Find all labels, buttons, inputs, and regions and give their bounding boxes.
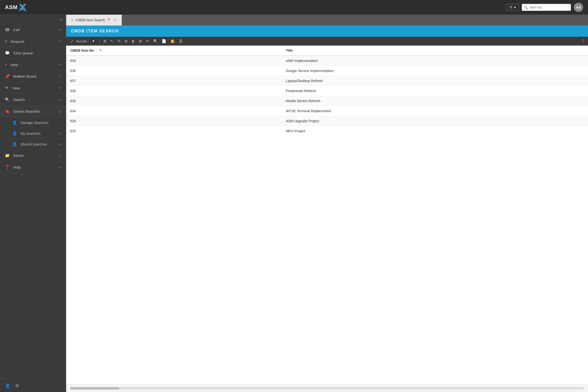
title-cell: Laptop/Desktop Refresh xyxy=(282,76,588,86)
sort-icon[interactable]: ↓ xyxy=(96,49,97,52)
sidebar-item-label: Saved Searches xyxy=(13,109,56,114)
search-wrapper: 🔍 xyxy=(522,4,571,11)
toolbar-separator xyxy=(100,39,100,44)
sidebar-item-chat-queue[interactable]: 💬 Chat Queue xyxy=(0,47,66,59)
delete-button[interactable]: 🗑 xyxy=(130,38,136,44)
chevron-icon: ▾ xyxy=(60,28,61,32)
request-icon: ≡ xyxy=(5,39,7,44)
table-row[interactable]: 625MPO Project xyxy=(66,126,588,136)
table-row[interactable]: 638Google Service Implementation xyxy=(66,66,588,76)
sidebar-item-label: New xyxy=(10,63,56,67)
search-icon: 🔍 xyxy=(524,6,528,9)
chevron-icon: ▾ xyxy=(60,154,61,157)
table-row[interactable]: 637Laptop/Desktop Refresh xyxy=(66,76,588,86)
avatar-initials: AA xyxy=(576,6,581,9)
title-cell: Google Service Implementation xyxy=(282,66,588,76)
panel-title: CMDB ITEM SEARCH xyxy=(71,29,119,33)
grid-button[interactable]: ⊞ xyxy=(102,38,108,44)
sidebar-item-label: Admin xyxy=(13,153,56,158)
title-cell: ASM Upgrade Project xyxy=(282,116,588,126)
sidebar-item-bulletin-board[interactable]: 📌 Bulletin Board ▾ xyxy=(0,70,66,82)
notify-button[interactable]: 🔔 xyxy=(169,38,176,44)
copy-button[interactable]: ⧉ xyxy=(124,38,128,44)
results-label: Results - xyxy=(76,40,89,43)
results-count: 8 xyxy=(91,38,96,44)
cmdb-item-no-cell: 625 xyxy=(66,126,282,136)
table-row[interactable]: 634WYSE Terminal Replacement xyxy=(66,106,588,116)
it-dropdown[interactable]: IT ▾ xyxy=(506,4,519,11)
table-row[interactable]: 628ASM Upgrade Project xyxy=(66,116,588,126)
table-row[interactable]: 635Mobile Device Refresh xyxy=(66,96,588,106)
database-button[interactable]: 🗄 xyxy=(178,38,184,44)
user-icon[interactable]: 👤 xyxy=(5,383,10,388)
title-cell: MPO Project xyxy=(282,126,588,136)
sidebar-item-label: Call xyxy=(13,28,56,32)
dashboard-button[interactable]: ⊞ xyxy=(138,38,143,44)
edit-button[interactable]: ✏ xyxy=(145,38,150,44)
filter-icon[interactable]: ▽ xyxy=(99,49,102,52)
help-button[interactable]: ❓ xyxy=(581,39,585,43)
logo: ASM xyxy=(5,4,26,11)
sidebar-item-label: Request xyxy=(10,40,56,44)
logo-text: ASM xyxy=(5,4,18,10)
sidebar-item-manage-searches[interactable]: 👤 Manage Searches xyxy=(0,117,66,128)
item-search-input[interactable] xyxy=(522,4,571,11)
search-button[interactable]: 🔍 xyxy=(152,38,159,44)
chevron-icon: ▾ xyxy=(60,98,61,102)
cmdb-item-no-cell: 638 xyxy=(66,66,282,76)
sidebar-footer: 👤 ⚙ xyxy=(0,380,66,392)
content-area: ⊙ CMDB Item Search 📍 ✕ CMDB ITEM SEARCH … xyxy=(66,15,588,392)
header-right: IT ▾ 🔍 AA xyxy=(506,3,583,12)
call-icon: ☎ xyxy=(5,28,10,32)
sidebar-item-my-searches[interactable]: 👤 My Searches ▾ xyxy=(0,128,66,139)
chevron-up-icon: ▴ xyxy=(60,110,61,113)
arrow-button[interactable]: ↖ xyxy=(109,38,115,44)
sidebar-item-help[interactable]: ❓ Help ▾ xyxy=(0,162,66,173)
refresh-button[interactable]: ↻ xyxy=(116,38,122,44)
scroll-track[interactable] xyxy=(70,387,584,390)
table-row[interactable]: 636Peripherals Refresh xyxy=(66,86,588,96)
sidebar-item-shared-searches[interactable]: 👤 Shared Searches ▾ xyxy=(0,139,66,150)
cmdb-item-no-cell: 637 xyxy=(66,76,282,86)
pin-icon[interactable]: 📍 xyxy=(107,18,111,22)
chevron-icon: ▾ xyxy=(60,132,61,135)
svg-marker-1 xyxy=(18,4,26,11)
sidebar-item-admin[interactable]: 📁 Admin ▾ xyxy=(0,150,66,162)
cmdb-item-no-cell: 635 xyxy=(66,96,282,106)
sidebar-item-new[interactable]: + New ▾ xyxy=(0,59,66,70)
main-panel: CMDB ITEM SEARCH ⤢ Results - 8 ⊞ ↖ ↻ ⧉ 🗑… xyxy=(66,26,588,392)
cmdb-item-no-cell: 636 xyxy=(66,86,282,96)
chevron-icon: ▾ xyxy=(60,86,61,90)
tab-icon: ⊙ xyxy=(71,18,74,22)
admin-icon: 📁 xyxy=(5,153,10,158)
title-cell: WYSE Terminal Replacement xyxy=(282,106,588,116)
chevron-icon: ▾ xyxy=(60,75,61,78)
sidebar-item-label: Bulletin Board xyxy=(13,74,56,78)
avatar[interactable]: AA xyxy=(574,3,583,12)
cmdb-item-search-tab[interactable]: ⊙ CMDB Item Search 📍 ✕ xyxy=(66,15,122,26)
sidebar-item-search[interactable]: 🔍 Search ▾ xyxy=(0,94,66,106)
collapse-button[interactable]: « xyxy=(60,17,62,22)
close-tab-button[interactable]: ✕ xyxy=(114,18,116,22)
sidebar-item-view[interactable]: 👁 View ▾ xyxy=(0,82,66,94)
chevron-icon: ▾ xyxy=(60,166,61,169)
chevron-down-icon: ▾ xyxy=(514,6,516,9)
sidebar-item-saved-searches[interactable]: 🔖 Saved Searches ▴ xyxy=(0,106,66,117)
sidebar-item-label: Manage Searches xyxy=(20,121,61,125)
logo-x-icon xyxy=(18,4,26,11)
table-row[interactable]: 639o365 Implementation xyxy=(66,56,588,66)
sidebar-item-label: Shared Searches xyxy=(20,142,56,146)
toolbar: ⤢ Results - 8 ⊞ ↖ ↻ ⧉ 🗑 ⊞ ✏ 🔍 📄 🔔 🗄 ❓ xyxy=(66,37,588,46)
title-cell: Mobile Device Refresh xyxy=(282,96,588,106)
sidebar-item-label: Help xyxy=(13,165,56,169)
help-icon: ❓ xyxy=(5,165,10,170)
sidebar-item-call[interactable]: ☎ Call ▾ xyxy=(0,24,66,36)
expand-button[interactable]: ⤢ xyxy=(69,38,75,44)
scroll-thumb[interactable] xyxy=(70,387,119,390)
title-header: Title xyxy=(282,46,588,56)
document-button[interactable]: 📄 xyxy=(160,38,168,44)
sidebar-collapse: « xyxy=(0,15,66,24)
settings-icon[interactable]: ⚙ xyxy=(15,383,19,388)
sidebar-item-request[interactable]: ≡ Request ▾ xyxy=(0,36,66,47)
chevron-icon: ▾ xyxy=(60,63,61,66)
